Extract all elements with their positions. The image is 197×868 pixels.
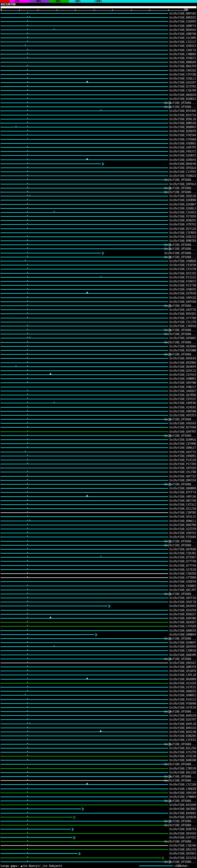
hit-alignment-line[interactable] [1,277,168,278]
hit-alignment-line[interactable] [1,646,168,647]
hit-label[interactable]: UniRef100_A1YE31 [169,686,196,689]
hit-alignment-line[interactable] [1,135,168,135]
hit-alignment-line[interactable] [1,407,168,408]
hit-label[interactable]: UniRef100_A7TDR9 [169,576,196,579]
hit-label[interactable]: UniRef100_A9TUZ9 [169,466,196,470]
hit-alignment-line[interactable] [1,752,168,752]
hit-label[interactable]: UniRef100_C5FCQ6 [169,73,196,76]
hit-alignment-line[interactable] [1,760,168,761]
hit-alignment-line[interactable] [1,106,168,107]
hit-label[interactable]: UniRef100_A1YE34 [169,706,196,709]
hit-label[interactable]: UniRef100_UP1000... [164,779,196,782]
hit-alignment-line[interactable] [1,699,168,700]
hit-alignment-line[interactable] [1,30,168,30]
hit-alignment-line[interactable] [1,541,168,541]
hit-alignment-line[interactable] [1,553,168,554]
hit-alignment-line[interactable] [1,127,168,127]
hit-alignment-line[interactable] [1,858,161,858]
hit-alignment-line[interactable] [1,338,168,338]
hit-alignment-line[interactable] [1,54,168,55]
hit-alignment-line[interactable] [1,415,168,416]
hit-label[interactable]: UniRef100_C6TG37 [169,398,196,401]
hit-alignment-line[interactable] [1,228,168,229]
hit-alignment-line[interactable] [1,793,168,793]
hit-alignment-line[interactable] [1,439,168,440]
hit-label[interactable]: UniRef100_UP1000... [164,820,196,823]
hit-label[interactable]: UniRef100_Q3UB15 [169,154,196,157]
hit-label[interactable]: UniRef100_Q51J10 [169,507,196,510]
hit-alignment-line[interactable] [1,257,168,257]
hit-label[interactable]: UniRef100_B0ED32 [169,16,196,19]
hit-alignment-line[interactable] [1,273,168,274]
hit-label[interactable]: UniRef100_B9Z9K6 [169,361,196,364]
hit-label[interactable]: UniRef100_C1C1X0 [169,783,196,786]
hit-label[interactable]: UniRef100_P38623 [169,174,196,177]
hit-alignment-line[interactable] [1,529,168,529]
hit-alignment-line[interactable] [1,200,168,200]
hit-alignment-line[interactable] [1,245,168,245]
hit-label[interactable]: UniRef100_A1C6M5 [169,36,196,39]
hit-label[interactable]: UniRef100_A9V149 [169,791,196,795]
hit-alignment-line[interactable] [1,586,168,586]
hit-alignment-line[interactable] [1,516,168,517]
hit-alignment-line[interactable] [1,736,168,736]
hit-alignment-line[interactable] [1,253,101,253]
hit-label[interactable]: UniRef100_UP1000... [164,483,196,486]
hit-alignment-line[interactable] [1,143,168,144]
hit-label[interactable]: UniRef100_UP1000... [164,824,196,827]
hit-alignment-line[interactable] [1,399,168,399]
hit-label[interactable]: UniRef100_UP1000... [164,304,196,307]
hit-alignment-line[interactable] [1,216,168,217]
hit-label[interactable]: UniRef100_A9SGV3 [169,422,196,425]
hit-alignment-line[interactable] [1,573,168,574]
hit-label[interactable]: UniRef100_Q2VCJ2 [169,369,196,372]
hit-alignment-line[interactable] [1,74,168,75]
hit-label[interactable]: UniRef100_B5DU17 [169,613,196,616]
hit-alignment-line[interactable] [1,484,168,485]
hit-alignment-line[interactable] [1,378,168,379]
hit-label[interactable]: UniRef100_UP1000... [164,592,196,595]
hit-label[interactable]: UniRef100_Q6B1M5 [169,653,196,656]
hit-label[interactable]: UniRef100_Q9H154 [169,479,196,482]
hit-label[interactable]: UniRef100_A9PCQ3 [169,296,196,299]
hit-label[interactable]: UniRef100_Q77T44 [169,564,196,567]
hit-alignment-line[interactable] [1,480,168,480]
hit-alignment-line[interactable] [1,391,168,391]
hit-label[interactable]: UniRef100_UP1000... [164,333,196,336]
hit-alignment-line[interactable] [1,285,168,286]
hit-alignment-line[interactable] [1,825,168,826]
hit-alignment-line[interactable] [1,435,168,436]
hit-label[interactable]: UniRef100_B95XD1 [169,312,196,315]
hit-alignment-line[interactable] [1,650,168,651]
hit-alignment-line[interactable] [1,537,168,537]
hit-label[interactable]: UniRef100_A9NRR1 [169,377,196,380]
hit-label[interactable]: UniRef100_Q9P4L4 [169,183,196,186]
hit-label[interactable]: UniRef100_C5M7N5 [169,511,196,514]
hit-label[interactable]: UniRef100_UP1000... [164,544,196,547]
hit-alignment-line[interactable] [1,525,168,525]
hit-label[interactable]: UniRef100_UP1000... [164,710,196,713]
hit-alignment-line[interactable] [1,756,168,756]
hit-label[interactable]: UniRef100_C4T3L2 [169,503,196,506]
hit-alignment-line[interactable] [1,313,168,314]
hit-label[interactable]: UniRef100_A1DH95 [169,20,196,23]
hit-alignment-line[interactable] [1,212,168,213]
hit-label[interactable]: UniRef100_B5X714 [169,114,196,117]
hit-label[interactable]: UniRef100_B3N2H5 [169,734,196,738]
hit-alignment-line[interactable] [1,707,168,708]
hit-label[interactable]: UniRef100_C9J1Y8 [169,268,196,271]
hit-label[interactable]: UniRef100_Q9XYW0 [169,381,196,384]
hit-alignment-line[interactable] [1,167,168,168]
hit-label[interactable]: UniRef100_P39872 [169,280,196,283]
hit-label[interactable]: UniRef100_Q45W41 [169,337,196,340]
hit-label[interactable]: UniRef100_A7SJT0 [169,751,196,754]
hit-label[interactable]: UniRef100_Q2GZA7 [169,81,196,84]
hit-alignment-line[interactable] [1,224,168,225]
hit-label[interactable]: UniRef100_Q0WLE7 [169,446,196,449]
hit-alignment-line[interactable] [1,98,168,99]
hit-alignment-line[interactable] [1,695,168,695]
hit-label[interactable]: UniRef100_P11531 [169,276,196,279]
hit-alignment-line[interactable] [1,496,168,497]
hit-label[interactable]: UniRef100_B7FF74 [169,491,196,494]
hit-label[interactable]: UniRef100_B6BM43 [169,126,196,129]
